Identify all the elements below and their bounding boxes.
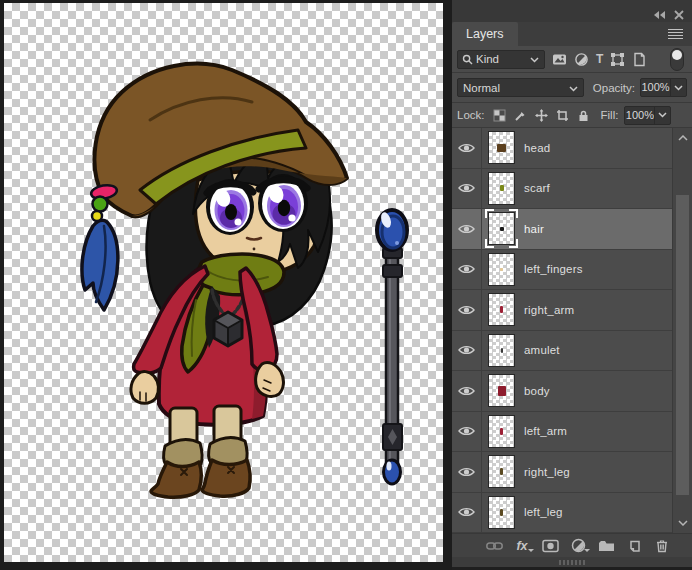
layer-row[interactable]: left_fingers — [452, 250, 672, 291]
layer-thumbnail[interactable] — [488, 131, 515, 164]
eye-icon — [458, 263, 475, 275]
scroll-down-icon[interactable] — [673, 515, 692, 531]
eye-icon — [458, 385, 475, 397]
layer-thumbnail[interactable] — [488, 334, 515, 367]
chevron-down-icon[interactable] — [654, 107, 670, 124]
layer-thumbnail[interactable] — [488, 253, 515, 286]
eye-icon — [458, 466, 475, 478]
lock-all-icon[interactable] — [577, 109, 590, 122]
lock-row: Lock: Fill: 100% — [452, 103, 692, 128]
lock-paint-icon[interactable] — [514, 109, 527, 122]
lock-label: Lock: — [457, 109, 485, 121]
chevron-down-icon — [569, 82, 578, 94]
visibility-toggle[interactable] — [452, 371, 482, 411]
layer-thumbnail[interactable] — [488, 415, 515, 448]
fill-field[interactable]: 100% — [624, 106, 671, 125]
type-layers-icon[interactable]: T — [596, 52, 603, 66]
filter-row: Kind T — [452, 46, 692, 73]
layer-row[interactable]: amulet — [452, 331, 672, 372]
blend-mode-value: Normal — [458, 82, 569, 94]
chibi-character — [82, 64, 347, 498]
visibility-toggle[interactable] — [452, 412, 482, 452]
layer-thumbnail[interactable] — [488, 293, 515, 326]
fill-value[interactable]: 100% — [625, 107, 654, 124]
lock-position-icon[interactable] — [535, 109, 548, 122]
layer-name: head — [524, 142, 550, 154]
layer-row[interactable]: hair — [452, 209, 672, 250]
scroll-up-icon[interactable] — [673, 130, 692, 146]
layer-mask-icon[interactable] — [541, 537, 559, 555]
layer-thumb-glyph — [500, 428, 503, 435]
document-window — [0, 0, 452, 570]
resize-grip-icon[interactable] — [559, 560, 585, 565]
visibility-toggle[interactable] — [452, 250, 482, 290]
layer-filtering-toggle[interactable] — [670, 48, 684, 71]
shape-layers-icon[interactable] — [610, 52, 625, 67]
layer-row[interactable]: right_leg — [452, 452, 672, 493]
visibility-toggle[interactable] — [452, 331, 482, 371]
visibility-toggle[interactable] — [452, 290, 482, 330]
layer-thumbnail[interactable] — [488, 496, 515, 529]
opacity-field[interactable]: 100% — [640, 78, 687, 97]
layers-scrollbar[interactable] — [672, 128, 692, 533]
layer-thumb-glyph — [500, 268, 503, 271]
layer-thumb-glyph — [500, 509, 503, 516]
layer-thumbnail[interactable] — [488, 374, 515, 407]
layer-group-icon[interactable] — [597, 537, 615, 555]
layer-name: body — [524, 385, 550, 397]
visibility-toggle[interactable] — [452, 128, 482, 168]
visibility-toggle[interactable] — [452, 493, 482, 533]
layer-thumbnail[interactable] — [488, 455, 515, 488]
layer-row[interactable]: body — [452, 371, 672, 412]
layer-row[interactable]: left_leg — [452, 493, 672, 534]
visibility-toggle[interactable] — [452, 169, 482, 209]
blend-mode-dropdown[interactable]: Normal — [457, 78, 584, 97]
eye-icon — [458, 425, 475, 437]
layer-row[interactable]: scarf — [452, 169, 672, 210]
lock-artboard-icon[interactable] — [556, 109, 569, 122]
eye-icon — [458, 142, 475, 154]
chevron-down-icon[interactable] — [670, 79, 686, 96]
adjustment-layers-icon[interactable] — [574, 52, 589, 67]
smart-objects-icon[interactable] — [632, 52, 647, 67]
new-layer-icon[interactable] — [625, 537, 643, 555]
layer-styles-fx-icon[interactable]: fx — [513, 537, 531, 555]
layer-name: left_arm — [524, 425, 567, 437]
layer-name: left_leg — [524, 506, 563, 518]
layer-name: hair — [524, 223, 544, 235]
layer-name: scarf — [524, 182, 550, 194]
layer-row[interactable]: head — [452, 128, 672, 169]
panel-tabbar: Layers — [452, 22, 692, 46]
amulet-pendant — [214, 312, 242, 346]
layer-row[interactable]: left_arm — [452, 412, 672, 453]
panel-titlebar — [452, 0, 692, 22]
character-artwork — [4, 3, 443, 562]
layer-thumb-glyph — [497, 144, 506, 152]
layer-thumbnail[interactable] — [488, 172, 515, 205]
panel-menu-icon[interactable] — [668, 29, 683, 40]
tab-layers[interactable]: Layers — [452, 22, 518, 46]
scrollbar-thumb[interactable] — [676, 195, 689, 495]
left-eye — [206, 179, 254, 235]
link-layers-icon[interactable] — [485, 537, 503, 555]
lock-transparency-icon[interactable] — [493, 109, 506, 122]
layer-name: right_arm — [524, 304, 574, 316]
layer-thumb-glyph — [500, 468, 503, 475]
delete-layer-icon[interactable] — [653, 537, 671, 555]
right-eye — [258, 174, 308, 232]
visibility-toggle[interactable] — [452, 452, 482, 492]
pixel-layers-icon[interactable] — [552, 52, 567, 67]
document-canvas[interactable] — [4, 3, 443, 562]
layer-thumb-glyph — [500, 227, 504, 231]
visibility-toggle[interactable] — [452, 209, 482, 249]
opacity-value[interactable]: 100% — [641, 79, 670, 96]
eye-icon — [458, 182, 475, 194]
kind-filter-dropdown[interactable]: Kind — [457, 50, 545, 69]
layer-row[interactable]: right_arm — [452, 290, 672, 331]
panel-resize-strip[interactable] — [452, 557, 692, 567]
layer-name: right_leg — [524, 466, 570, 478]
eye-icon — [458, 344, 475, 356]
layer-thumb-glyph — [501, 348, 503, 353]
blend-row: Normal Opacity: 100% — [452, 73, 692, 103]
adjustment-layer-icon[interactable] — [569, 537, 587, 555]
